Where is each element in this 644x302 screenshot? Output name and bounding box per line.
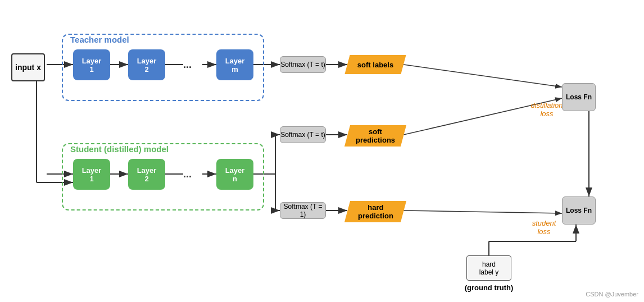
svg-line-10 <box>403 65 562 87</box>
loss-fn-student: Loss Fn <box>562 196 596 225</box>
ground-truth-label: (ground truth) <box>464 283 514 292</box>
distillation-loss-label: distillation loss <box>527 101 566 118</box>
soft-labels: soft labels <box>344 55 406 74</box>
student-container-label: Student (distilled) model <box>70 144 169 154</box>
svg-line-22 <box>403 211 562 213</box>
teacher-container-label: Teacher model <box>70 35 129 44</box>
teacher-dots: ... <box>183 59 192 71</box>
soft-predictions: soft predictions <box>344 125 406 147</box>
student-layer-n: Layer n <box>216 159 253 190</box>
student-dots: ... <box>183 168 192 180</box>
loss-fn-distillation: Loss Fn <box>562 83 596 111</box>
input-label: input x <box>15 63 41 72</box>
student-layer-2: Layer 2 <box>128 159 165 190</box>
input-box: input x <box>11 53 45 81</box>
diagram: input x Teacher model Layer 1 Layer 2 ..… <box>0 0 644 302</box>
hard-label-box: hard label y <box>466 255 511 281</box>
softmax-student-soft: Softmax (T = t) <box>280 126 326 143</box>
hard-prediction: hard prediction <box>344 201 406 222</box>
softmax-student-hard: Softmax (T = 1) <box>280 202 326 219</box>
teacher-layer-m: Layer m <box>216 49 253 80</box>
student-loss-label: student loss <box>527 219 561 236</box>
student-layer-1: Layer 1 <box>73 159 110 190</box>
softmax-teacher: Softmax (T = t) <box>280 56 326 73</box>
watermark: CSDN @Juvember <box>586 291 638 298</box>
teacher-layer-2: Layer 2 <box>128 49 165 80</box>
teacher-layer-1: Layer 1 <box>73 49 110 80</box>
